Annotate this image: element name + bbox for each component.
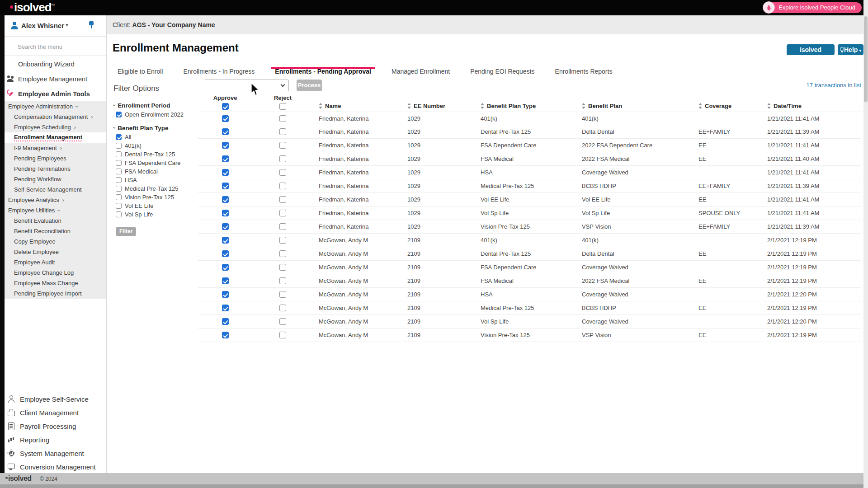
section-header[interactable]: Enrollment Period: [113, 100, 195, 110]
sidebar-item[interactable]: Onboarding Wizard: [5, 56, 106, 71]
sidebar-item[interactable]: Pending Employees: [5, 153, 106, 164]
sidebar-item[interactable]: I-9 Management: [5, 143, 106, 153]
filter-checkbox[interactable]: [116, 143, 122, 149]
approve-checkbox[interactable]: [222, 250, 229, 257]
filter-checkbox[interactable]: [116, 160, 122, 166]
column-header[interactable]: Benefit Plan: [576, 93, 693, 112]
approve-checkbox[interactable]: [222, 128, 229, 135]
filter-checkbox[interactable]: [116, 112, 122, 117]
approve-checkbox[interactable]: [222, 155, 229, 162]
sidebar-item[interactable]: Pending Workflow: [5, 174, 106, 184]
reject-checkbox[interactable]: [279, 115, 286, 122]
sidebar-item[interactable]: Benefit Evaluation: [5, 216, 106, 226]
approve-checkbox[interactable]: [222, 210, 229, 216]
pin-icon[interactable]: [87, 21, 95, 30]
sidebar-item[interactable]: Benefit Reconciliation: [5, 226, 106, 236]
approve-checkbox[interactable]: [222, 196, 229, 203]
approve-checkbox[interactable]: [222, 264, 229, 271]
sidebar-item[interactable]: Employee Self-Service: [5, 392, 106, 406]
filter-checkbox[interactable]: [116, 177, 122, 183]
sidebar-item[interactable]: Employee Management: [5, 71, 106, 86]
column-header[interactable]: Date/Time: [762, 93, 861, 112]
sidebar-item[interactable]: Employee Audit: [5, 257, 106, 267]
reject-checkbox[interactable]: [279, 305, 286, 311]
filter-checkbox[interactable]: [116, 203, 122, 209]
sidebar-item[interactable]: Compensation Management: [5, 112, 106, 122]
reject-checkbox[interactable]: [279, 196, 286, 203]
tab[interactable]: Enrollments - Pending Approval: [271, 68, 375, 77]
reject-checkbox[interactable]: [279, 142, 286, 149]
approve-checkbox[interactable]: [222, 318, 229, 325]
approve-checkbox[interactable]: [222, 305, 229, 311]
reject-checkbox[interactable]: [279, 155, 286, 162]
sidebar-item[interactable]: Employee Scheduling: [5, 122, 106, 132]
filter-checkbox[interactable]: [116, 194, 122, 200]
reject-checkbox[interactable]: [279, 128, 286, 135]
filter-checkbox[interactable]: [116, 134, 122, 140]
sidebar-item[interactable]: Employee Utilities: [5, 205, 106, 216]
sidebar-item[interactable]: System Management: [5, 446, 106, 460]
scrollbar-thumb[interactable]: [864, 16, 868, 102]
sidebar-item[interactable]: Enrollment Management: [5, 132, 106, 143]
help-button[interactable]: Help▾: [838, 44, 863, 55]
filter-checkbox[interactable]: [116, 151, 122, 157]
reject-checkbox[interactable]: [279, 223, 286, 230]
reject-checkbox[interactable]: [279, 237, 286, 244]
sidebar-item[interactable]: Delete Employee: [5, 247, 106, 257]
filter-button[interactable]: Filter: [116, 227, 136, 236]
sidebar-item[interactable]: Employee Change Log: [5, 267, 106, 278]
approve-checkbox[interactable]: [222, 223, 229, 230]
reject-checkbox[interactable]: [279, 250, 286, 257]
approve-checkbox[interactable]: [222, 142, 229, 149]
approve-checkbox[interactable]: [222, 115, 229, 122]
tab[interactable]: Enrollments - In Progress: [179, 68, 259, 77]
isolved-university-button[interactable]: isolved University: [787, 44, 835, 55]
section-header[interactable]: Benefit Plan Type: [113, 123, 195, 133]
reject-checkbox[interactable]: [279, 183, 286, 189]
tab[interactable]: Eligible to Enroll: [113, 68, 167, 77]
approve-checkbox[interactable]: [222, 169, 229, 176]
search-input[interactable]: [17, 43, 94, 51]
approve-checkbox[interactable]: [222, 332, 229, 338]
user-menu[interactable]: Alex Whisner ▾: [5, 15, 106, 37]
sidebar-item[interactable]: Employee Admin Tools: [5, 86, 106, 101]
tab[interactable]: Managed Enrollment: [387, 68, 454, 77]
filter-checkbox[interactable]: [116, 186, 122, 192]
tab[interactable]: Pending EOI Requests: [466, 68, 538, 77]
reject-all-checkbox[interactable]: [279, 103, 286, 110]
filter-checkbox[interactable]: [116, 211, 122, 217]
scrollbar[interactable]: [863, 0, 868, 488]
approve-checkbox[interactable]: [222, 183, 229, 189]
sidebar-item[interactable]: Pending Employee Import: [5, 288, 106, 299]
reject-checkbox[interactable]: [279, 277, 286, 284]
reject-checkbox[interactable]: [279, 332, 286, 338]
column-header[interactable]: EE Number: [402, 93, 475, 112]
sidebar-item[interactable]: Employee Analytics: [5, 195, 106, 205]
approve-all-checkbox[interactable]: [222, 103, 229, 110]
approve-checkbox[interactable]: [222, 291, 229, 298]
reject-checkbox[interactable]: [279, 169, 286, 176]
filter-checkbox[interactable]: [116, 169, 122, 174]
reject-checkbox[interactable]: [279, 318, 286, 325]
column-header[interactable]: Name: [313, 93, 402, 112]
bulk-action-select[interactable]: [205, 80, 289, 91]
sidebar-item[interactable]: Conversion Management: [5, 460, 106, 474]
reject-checkbox[interactable]: [279, 291, 286, 298]
explore-people-cloud-badge[interactable]: Explore isolved People Cloud: [764, 2, 862, 13]
reject-checkbox[interactable]: [279, 264, 286, 271]
sidebar-item[interactable]: Reporting: [5, 433, 106, 446]
sidebar-item[interactable]: Client Management: [5, 406, 106, 419]
sidebar-item[interactable]: Pending Terminations: [5, 164, 106, 174]
sidebar-item[interactable]: Copy Employee: [5, 236, 106, 247]
approve-checkbox[interactable]: [222, 237, 229, 244]
tab[interactable]: Enrollments Reports: [551, 68, 617, 77]
sidebar-item[interactable]: Self-Service Management: [5, 184, 106, 195]
column-header[interactable]: Coverage: [693, 93, 762, 112]
approve-checkbox[interactable]: [222, 277, 229, 284]
sidebar-item[interactable]: Payroll Processing: [5, 419, 106, 433]
process-button[interactable]: Process: [297, 80, 322, 91]
sidebar-item[interactable]: Employee Administration: [5, 101, 106, 112]
sidebar-item[interactable]: Employee Mass Change: [5, 278, 106, 288]
reject-checkbox[interactable]: [279, 210, 286, 216]
column-header[interactable]: Benefit Plan Type: [475, 93, 576, 112]
